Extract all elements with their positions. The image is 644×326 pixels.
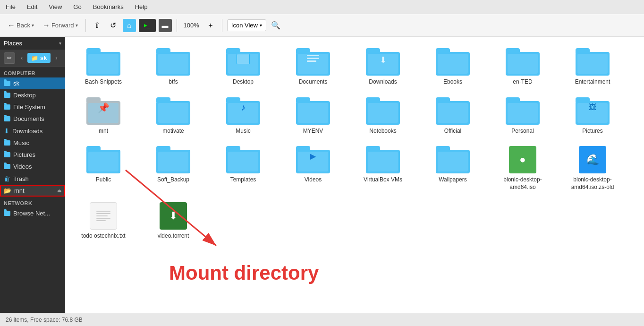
home-icon: ⌂ <box>127 21 131 29</box>
sidebar-item-documents-label: Documents <box>13 115 44 122</box>
sidebar-item-downloads[interactable]: ⬇ Downloads <box>0 125 65 137</box>
sidebar-item-pictures-label: Pictures <box>13 151 35 158</box>
file-item[interactable]: Notebooks <box>352 94 414 139</box>
reload-button[interactable]: ↺ <box>107 19 120 32</box>
file-label: motivate <box>162 128 184 135</box>
folder-icon-large <box>506 48 540 76</box>
folder-icon-large: 📌 <box>86 97 120 125</box>
file-item[interactable]: Bash-Snippets <box>73 44 134 90</box>
sidebar-item-sk[interactable]: sk <box>0 77 65 89</box>
breadcrumb-current[interactable]: 📁 sk <box>27 53 51 63</box>
sidebar-item-videos[interactable]: Videos <box>0 161 65 172</box>
sidebar-item-music[interactable]: Music <box>0 137 65 149</box>
file-item[interactable]: ▶ Videos <box>282 142 344 195</box>
sidebar-item-filesystem-label: File System <box>13 103 45 111</box>
file-label: Notebooks <box>369 128 396 135</box>
sidebar-item-videos-label: Videos <box>13 163 32 170</box>
up-button[interactable]: ⇧ <box>91 19 104 32</box>
menu-go[interactable]: Go <box>71 2 83 11</box>
file-item[interactable]: ⬇ Downloads <box>352 44 414 90</box>
file-item[interactable]: ● bionic-desktop-amd64.iso <box>492 142 553 195</box>
file-item[interactable]: Wallpapers <box>422 142 483 195</box>
folder-icon-large <box>226 48 260 76</box>
file-item[interactable]: 📌 mnt <box>73 94 134 139</box>
status-text: 26 items, Free space: 76.8 GB <box>6 317 83 323</box>
forward-button[interactable]: → Forward ▾ <box>40 19 81 32</box>
file-item[interactable]: btfs <box>143 44 204 90</box>
home-button[interactable]: ⌂ <box>123 19 136 32</box>
file-grid: Bash-Snippets btfs Desktop <box>73 44 636 244</box>
breadcrumb-nav: ‹ 📁 sk › <box>17 53 61 63</box>
menu-bookmarks[interactable]: Bookmarks <box>91 2 126 11</box>
sidebar-item-desktop[interactable]: Desktop <box>0 89 65 101</box>
file-item[interactable]: todo ostechnix.txt <box>73 198 134 244</box>
folder-icon-large <box>156 97 190 125</box>
folder-icon-large <box>366 97 400 125</box>
menu-file[interactable]: File <box>4 2 17 11</box>
search-button[interactable]: 🔍 <box>269 19 282 32</box>
file-item[interactable]: ♪ Music <box>212 94 274 139</box>
file-item[interactable]: MYENV <box>282 94 344 139</box>
breadcrumb-prev-btn[interactable]: ‹ <box>17 53 26 63</box>
places-label: Places <box>4 40 22 47</box>
folder-icon-large <box>296 97 330 125</box>
folder-icon-large <box>86 146 120 173</box>
folder-icon-large <box>576 48 610 76</box>
file-label: Wallpapers <box>439 176 467 184</box>
zoom-level: 100% <box>182 21 201 30</box>
file-item[interactable]: Personal <box>492 94 553 139</box>
path-edit-button[interactable]: ✏ <box>4 52 15 64</box>
folder-icon-large: ▶ <box>296 146 330 173</box>
sidebar-item-browse-net[interactable]: Browse Net... <box>0 207 65 219</box>
sidebar-item-trash[interactable]: 🗑 Trash <box>0 172 65 185</box>
file-item[interactable]: Desktop <box>212 44 274 90</box>
file-item[interactable]: Ebooks <box>422 44 483 90</box>
file-label: en-TED <box>513 78 532 86</box>
menu-help[interactable]: Help <box>133 2 150 11</box>
breadcrumb-label: sk <box>40 54 47 61</box>
sidebar-item-desktop-label: Desktop <box>13 92 36 99</box>
sidebar-item-mnt-label: mnt <box>14 187 25 194</box>
file-item[interactable]: Templates <box>212 142 274 195</box>
view-select[interactable]: Icon View ▾ <box>227 19 266 31</box>
file-label: btfs <box>169 78 178 86</box>
minimize-button[interactable]: ▬ <box>159 19 172 32</box>
file-item[interactable]: motivate <box>143 94 204 139</box>
toolbar-separator-1 <box>85 19 86 32</box>
sidebar-item-documents[interactable]: Documents <box>0 113 65 125</box>
file-item[interactable]: VirtualBox VMs <box>352 142 414 195</box>
file-item[interactable]: Official <box>422 94 483 139</box>
file-item[interactable]: Public <box>73 142 134 195</box>
sidebar-item-pictures[interactable]: Pictures <box>0 149 65 161</box>
pencil-icon: ✏ <box>7 55 12 61</box>
videos-folder-icon <box>4 164 10 169</box>
file-item[interactable]: Soft_Backup <box>143 142 204 195</box>
terminal-button[interactable]: ▶_ <box>139 19 156 32</box>
file-label: Ebooks <box>443 78 462 86</box>
sidebar-item-mnt[interactable]: 📂 mnt ⏏ <box>0 185 65 197</box>
folder-icon-large: ♪ <box>226 97 260 125</box>
up-icon: ⇧ <box>94 21 100 30</box>
file-item[interactable]: 🌊 bionic-desktop-amd64.iso.zs-old <box>562 142 623 195</box>
file-item[interactable]: Documents <box>282 44 344 90</box>
breadcrumb-next-btn[interactable]: › <box>51 53 61 63</box>
folder-icon-chip: 📁 <box>31 55 38 61</box>
left-arrow-icon: ← <box>8 21 15 30</box>
file-item[interactable]: en-TED <box>492 44 553 90</box>
search-icon: 🔍 <box>271 21 280 30</box>
reload-icon: ↺ <box>110 21 116 30</box>
file-label: mnt <box>99 128 108 135</box>
back-button[interactable]: ← Back ▾ <box>5 19 37 32</box>
menu-edit[interactable]: Edit <box>25 2 39 11</box>
file-label: Public <box>96 176 111 184</box>
menu-view[interactable]: View <box>47 2 64 11</box>
desktop-folder-icon <box>4 93 10 98</box>
sidebar-item-filesystem[interactable]: File System <box>0 101 65 113</box>
file-item[interactable]: 🖼 Pictures <box>562 94 623 139</box>
file-label: Personal <box>511 128 534 135</box>
file-item[interactable]: Entertainment <box>562 44 623 90</box>
terminal-icon: ▶_ <box>144 22 150 28</box>
file-area: Bash-Snippets btfs Desktop <box>65 37 644 313</box>
file-item[interactable]: ⬇ video.torrent <box>143 198 204 244</box>
zoom-in-button[interactable]: + <box>204 19 217 32</box>
